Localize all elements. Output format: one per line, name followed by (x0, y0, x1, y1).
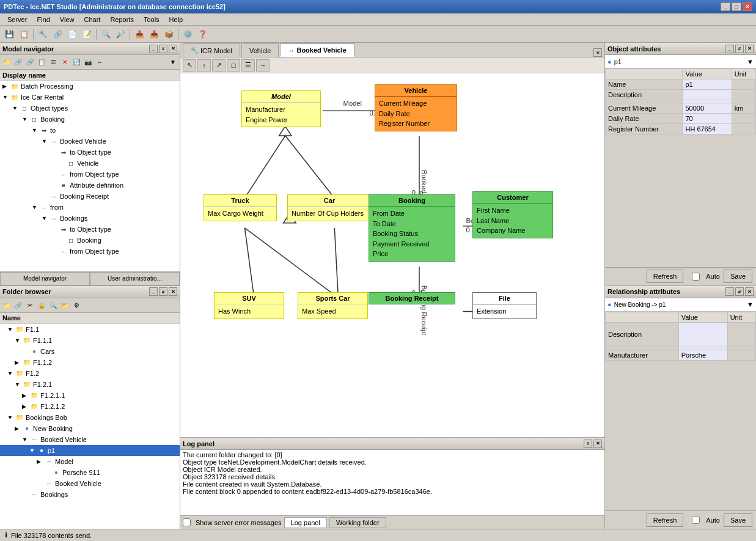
folder-item-p1[interactable]: ▼ ● p1 (0, 445, 180, 456)
folder-item-f11[interactable]: ▼ 📁 F1.1 (0, 324, 180, 335)
log-tab-log[interactable]: Log panel (284, 517, 327, 528)
folder-tool-1[interactable]: 📁 (1, 300, 12, 311)
toolbar-btn-2[interactable]: 📋 (17, 28, 31, 41)
diagram-canvas[interactable]: Model 1 0..n Booked Vehicle 0..n (180, 73, 604, 437)
tab-user-admin[interactable]: User administratio... (90, 272, 180, 285)
obj-attr-name-value[interactable]: p1 (683, 79, 732, 90)
tree-item-booking-receipt[interactable]: ↔ Booking Receipt (0, 191, 180, 202)
tree-item-ice-car[interactable]: ▼ 📁 Ice Car Rental (0, 92, 180, 103)
tree-item-to-obj-type2[interactable]: ➡ to Object type (0, 224, 180, 235)
folder-tool-3[interactable]: ✂ (24, 300, 35, 311)
tree-item-vehicle[interactable]: □ Vehicle (0, 158, 180, 169)
nav-tool-6[interactable]: ✕ (59, 57, 70, 68)
model-nav-minimize[interactable]: _ (149, 45, 158, 53)
obj-attr-desc-value[interactable] (683, 90, 732, 100)
tree-item-attr-def[interactable]: ≡ Attribute definition (0, 180, 180, 191)
toolbar-btn-13[interactable]: ❓ (196, 28, 209, 41)
nav-tool-9[interactable]: ↔ (94, 57, 105, 68)
rel-attr-mfr-value[interactable]: Porsche (678, 350, 727, 360)
obj-attrs-save-button[interactable]: Save (724, 270, 752, 283)
tab-model-navigator[interactable]: Model navigator (0, 272, 90, 285)
nav-tool-1[interactable]: 📁 (1, 57, 12, 68)
folder-item-booked-vehicle-folder[interactable]: ▼ ↔ Booked Vehicle (0, 434, 180, 445)
nav-tool-8[interactable]: 📷 (83, 57, 94, 68)
rel-attrs-refresh-button[interactable]: Refresh (647, 513, 684, 527)
obj-attrs-refresh-button[interactable]: Refresh (647, 270, 684, 283)
tree-item-booked-vehicle[interactable]: ▼ ↔ Booked Vehicle (0, 136, 180, 147)
log-close[interactable]: ✕ (593, 440, 602, 448)
maximize-button[interactable]: □ (732, 2, 741, 11)
folder-item-f1212[interactable]: ▶ 📁 F1.2.1.2 (0, 401, 180, 412)
nav-tool-3[interactable]: 🔗 (24, 57, 35, 68)
obj-attrs-minimize[interactable]: _ (725, 45, 734, 53)
rel-attrs-close[interactable]: ✕ (745, 287, 754, 296)
minimize-button[interactable]: _ (721, 2, 730, 11)
folder-item-f111[interactable]: ▼ 📁 F1.1.1 (0, 335, 180, 346)
toolbar-btn-5[interactable]: 📄 (65, 28, 79, 41)
rel-attrs-minimize[interactable]: _ (725, 287, 734, 296)
toolbar-btn-10[interactable]: 📥 (147, 28, 161, 41)
tree-item-to-obj-type[interactable]: ➡ to Object type (0, 147, 180, 158)
tree-item-from[interactable]: ▼ ← from (0, 202, 180, 213)
nav-tool-2[interactable]: 🔗 (13, 57, 24, 68)
toolbar-btn-4[interactable]: 🔗 (51, 28, 64, 41)
log-pin[interactable]: # (584, 440, 592, 448)
menu-reports[interactable]: Reports (105, 15, 139, 24)
tree-item-object-types[interactable]: ▼ □ Object types (0, 103, 180, 114)
tree-item-booking[interactable]: ▼ □ Booking (0, 114, 180, 125)
rel-attrs-save-button[interactable]: Save (724, 513, 752, 527)
folder-pin[interactable]: # (159, 287, 167, 296)
diag-rect[interactable]: □ (227, 59, 240, 72)
tab-vehicle[interactable]: Vehicle (241, 43, 279, 57)
folder-item-model-rel[interactable]: ▶ → Model (0, 456, 180, 467)
menu-view[interactable]: View (55, 15, 79, 24)
obj-attr-reg-value[interactable]: HH 67654 (683, 124, 732, 134)
tree-item-from-obj-type[interactable]: ← from Object type (0, 169, 180, 180)
folder-item-f112[interactable]: ▶ 📁 F1.1.2 (0, 357, 180, 368)
tree-item-to[interactable]: ▼ ➡ to (0, 125, 180, 136)
folder-tool-2[interactable]: 🔗 (13, 300, 24, 311)
tree-item-from-obj-type2[interactable]: ← from Object type (0, 246, 180, 257)
rel-attrs-pin[interactable]: # (735, 287, 744, 296)
tab-booked-vehicle[interactable]: ↔ Booked Vehicle (280, 43, 354, 57)
folder-tool-6[interactable]: 📂 (59, 300, 70, 311)
toolbar-btn-12[interactable]: ⚙️ (181, 28, 194, 41)
obj-attrs-pin[interactable]: # (735, 45, 744, 53)
folder-tool-5[interactable]: 🔍 (48, 300, 59, 311)
tree-item-booking2[interactable]: □ Booking (0, 235, 180, 246)
menu-chart[interactable]: Chart (79, 15, 105, 24)
folder-item-f12[interactable]: ▼ 📁 F1.2 (0, 368, 180, 379)
obj-attrs-dropdown[interactable]: ● p1 ▼ (605, 55, 756, 68)
tree-item-bookings[interactable]: ▼ ↔ Bookings (0, 213, 180, 224)
toolbar-btn-11[interactable]: 📦 (162, 28, 175, 41)
rel-attrs-auto-checkbox[interactable] (692, 516, 700, 524)
nav-tool-7[interactable]: 🔃 (71, 57, 82, 68)
diag-diagonal[interactable]: ↗ (212, 59, 226, 72)
menu-find[interactable]: Find (32, 15, 54, 24)
tree-item-batch[interactable]: ▶ 📁 Batch Processing (0, 81, 180, 92)
diag-arrow[interactable]: → (256, 59, 270, 72)
model-nav-pin[interactable]: # (159, 45, 167, 53)
nav-tool-4[interactable]: 📋 (36, 57, 47, 68)
folder-item-f1211[interactable]: ▶ 📁 F1.2.1.1 (0, 390, 180, 401)
nav-tool-expand[interactable]: ▼ (167, 57, 178, 68)
diag-select[interactable]: ↖ (183, 59, 196, 72)
folder-item-new-booking[interactable]: ▶ ● New Booking (0, 423, 180, 434)
folder-item-booked-vehicle2[interactable]: ↔ Booked Vehicle (0, 478, 180, 489)
toolbar-btn-6[interactable]: 📝 (80, 28, 94, 41)
folder-minimize[interactable]: _ (149, 287, 158, 296)
diag-list[interactable]: ☰ (241, 59, 255, 72)
obj-attr-rate-value[interactable]: 70 (683, 114, 732, 124)
folder-item-cars[interactable]: ● Cars (0, 346, 180, 357)
folder-item-bookings-bob[interactable]: ▼ 📁 Bookings Bob (0, 412, 180, 423)
toolbar-btn-8[interactable]: 🔎 (114, 28, 127, 41)
diag-up[interactable]: ↑ (197, 59, 211, 72)
folder-item-bookings-folder[interactable]: ↔ Bookings (0, 489, 180, 500)
folder-close[interactable]: ✕ (169, 287, 177, 296)
rel-attr-desc-value[interactable] (678, 322, 727, 347)
menu-server[interactable]: Server (2, 15, 32, 24)
toolbar-btn-9[interactable]: 📤 (133, 28, 146, 41)
folder-tool-4[interactable]: 🔒 (36, 300, 47, 311)
toolbar-btn-3[interactable]: 🔧 (36, 28, 50, 41)
close-button[interactable]: ✕ (743, 2, 752, 11)
